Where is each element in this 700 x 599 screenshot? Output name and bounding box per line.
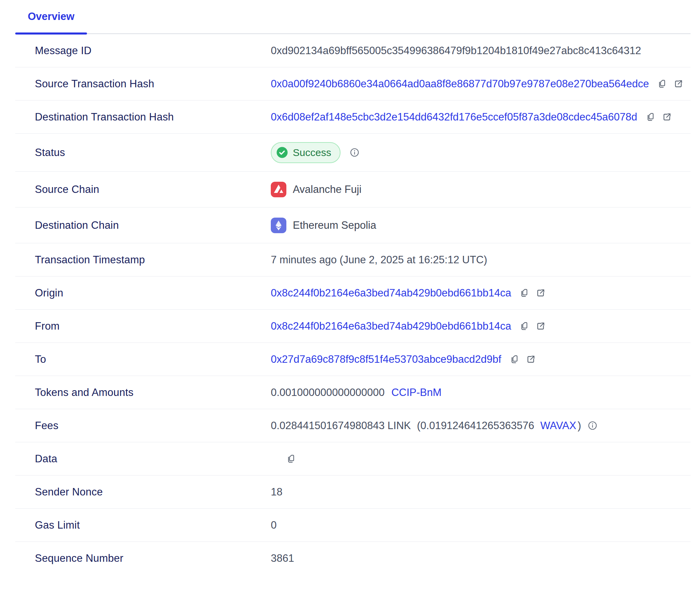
sequence-number-label: Sequence Number: [15, 552, 271, 564]
to-address-link[interactable]: 0x27d7a69c878f9c8f51f4e53703abce9bacd2d9…: [271, 353, 501, 365]
external-link-icon[interactable]: [535, 321, 546, 331]
row-sequence-number: Sequence Number 3861: [15, 542, 691, 575]
source-chain-name: Avalanche Fuji: [293, 183, 362, 196]
ccip-transaction-overview-page: Overview Message ID 0xd902134a69bff56500…: [0, 0, 700, 599]
token-amount-value: 0.001000000000000000: [271, 386, 385, 399]
destination-tx-hash-link[interactable]: 0x6d08ef2af148e5cbc3d2e154dd6432fd176e5c…: [271, 111, 637, 123]
transaction-timestamp-value: 7 minutes ago (June 2, 2025 at 16:25:12 …: [271, 254, 487, 266]
row-transaction-timestamp: Transaction Timestamp 7 minutes ago (Jun…: [15, 243, 691, 276]
fee-amount-wavax-value: (0.019124641265363576: [417, 420, 534, 432]
destination-chain-name: Ethereum Sepolia: [293, 219, 376, 231]
row-origin: Origin 0x8c244f0b2164e6a3bed74ab429b0ebd…: [15, 276, 691, 310]
row-destination-chain: Destination Chain Ethereum Sepolia: [15, 207, 691, 243]
tab-overview[interactable]: Overview: [15, 0, 87, 33]
row-fees: Fees 0.028441501674980843 LINK (0.019124…: [15, 409, 691, 442]
row-tokens-and-amounts: Tokens and Amounts 0.001000000000000000 …: [15, 376, 691, 409]
copy-icon[interactable]: [286, 454, 296, 464]
fee-paren-close: ): [577, 420, 581, 432]
row-source-chain: Source Chain Avalanche Fuji: [15, 172, 691, 207]
fee-token-symbol-link[interactable]: WAVAX: [540, 420, 576, 432]
origin-label: Origin: [15, 287, 271, 299]
origin-address-link[interactable]: 0x8c244f0b2164e6a3bed74ab429b0ebd661bb14…: [271, 287, 511, 299]
data-label: Data: [15, 453, 271, 465]
transaction-timestamp-label: Transaction Timestamp: [15, 254, 271, 266]
external-link-icon[interactable]: [662, 112, 672, 122]
copy-icon[interactable]: [646, 112, 656, 122]
sequence-number-value: 3861: [271, 552, 294, 564]
row-status: Status Success: [15, 134, 691, 172]
status-label: Status: [15, 147, 271, 159]
ethereum-icon: [271, 218, 286, 233]
row-data: Data: [15, 442, 691, 475]
row-source-transaction-hash: Source Transaction Hash 0x0a00f9240b6860…: [15, 67, 691, 101]
row-destination-transaction-hash: Destination Transaction Hash 0x6d08ef2af…: [15, 101, 691, 134]
destination-chain-label: Destination Chain: [15, 219, 271, 231]
active-tab-indicator: [15, 32, 87, 35]
row-message-id: Message ID 0xd902134a69bff565005c3549963…: [15, 34, 691, 67]
fees-label: Fees: [15, 420, 271, 432]
from-label: From: [15, 320, 271, 332]
row-gas-limit: Gas Limit 0: [15, 509, 691, 542]
info-icon[interactable]: [587, 420, 598, 431]
tab-overview-label: Overview: [28, 10, 74, 23]
avalanche-icon: [271, 182, 286, 197]
row-to: To 0x27d7a69c878f9c8f51f4e53703abce9bacd…: [15, 343, 691, 376]
external-link-icon[interactable]: [526, 354, 536, 364]
sender-nonce-label: Sender Nonce: [15, 486, 271, 498]
tab-bar: Overview: [15, 0, 691, 34]
to-label: To: [15, 353, 271, 365]
source-tx-hash-label: Source Transaction Hash: [15, 78, 271, 90]
row-sender-nonce: Sender Nonce 18: [15, 475, 691, 509]
copy-icon[interactable]: [519, 288, 529, 298]
from-address-link[interactable]: 0x8c244f0b2164e6a3bed74ab429b0ebd661bb14…: [271, 320, 511, 332]
token-symbol-link[interactable]: CCIP-BnM: [391, 386, 441, 399]
fee-amount-link-value: 0.028441501674980843 LINK: [271, 420, 411, 432]
message-id-label: Message ID: [15, 45, 271, 57]
external-link-icon[interactable]: [673, 79, 683, 89]
info-icon[interactable]: [349, 147, 360, 158]
message-id-value: 0xd902134a69bff565005c354996386479f9b120…: [271, 45, 641, 57]
copy-icon[interactable]: [657, 79, 667, 89]
source-tx-hash-link[interactable]: 0x0a00f9240b6860e34a0664ad0aa8f8e86877d7…: [271, 78, 649, 90]
row-from: From 0x8c244f0b2164e6a3bed74ab429b0ebd66…: [15, 310, 691, 343]
sender-nonce-value: 18: [271, 486, 282, 498]
external-link-icon[interactable]: [535, 288, 546, 298]
source-chain-label: Source Chain: [15, 183, 271, 196]
gas-limit-value: 0: [271, 519, 277, 531]
copy-icon[interactable]: [519, 321, 529, 331]
check-circle-icon: [276, 146, 288, 159]
status-badge: Success: [271, 142, 341, 163]
destination-tx-hash-label: Destination Transaction Hash: [15, 111, 271, 123]
gas-limit-label: Gas Limit: [15, 519, 271, 531]
tokens-and-amounts-label: Tokens and Amounts: [15, 386, 271, 399]
copy-icon[interactable]: [509, 354, 520, 364]
status-badge-text: Success: [293, 147, 331, 158]
